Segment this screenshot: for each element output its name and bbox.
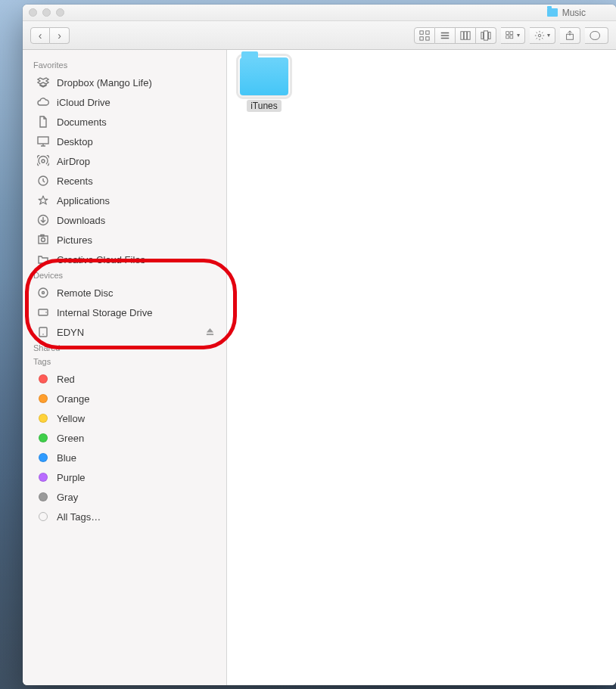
svg-point-17 — [538, 34, 541, 37]
svg-rect-20 — [38, 137, 48, 144]
tag-dot-icon — [39, 433, 48, 442]
tag-red[interactable]: Red — [23, 369, 226, 389]
downloads-icon — [36, 213, 50, 227]
grid-icon — [419, 30, 430, 41]
svg-point-25 — [42, 238, 45, 242]
svg-rect-0 — [420, 30, 423, 33]
tag-green[interactable]: Green — [23, 428, 226, 448]
share-button[interactable] — [560, 27, 580, 44]
tag-orange[interactable]: Orange — [23, 389, 226, 408]
tag-dot-icon — [39, 414, 48, 423]
sidebar-item-creative-cloud-files[interactable]: Creative Cloud Files — [23, 250, 226, 269]
external-icon — [36, 325, 50, 339]
svg-point-27 — [39, 288, 48, 297]
forward-button[interactable]: › — [50, 27, 70, 44]
folder-item-itunes[interactable]: iTunes — [238, 57, 291, 112]
svg-rect-24 — [39, 236, 48, 244]
sidebar-item-airdrop[interactable]: AirDrop — [23, 151, 226, 171]
section-header-favorites: Favorites — [23, 59, 226, 73]
svg-rect-14 — [510, 31, 513, 34]
tag-purple[interactable]: Purple — [23, 467, 226, 487]
sidebar-item-label: Remote Disc — [57, 287, 113, 299]
sidebar-item-label: Documents — [57, 116, 107, 128]
sidebar-item-edyn[interactable]: EDYN — [23, 322, 226, 342]
svg-rect-19 — [590, 31, 600, 39]
svg-rect-7 — [461, 31, 464, 39]
action-button[interactable]: ▾ — [530, 27, 555, 44]
sidebar-item-documents[interactable]: Documents — [23, 112, 226, 132]
section-header-shared: Shared — [23, 342, 226, 355]
sidebar-item-internal-storage-drive[interactable]: Internal Storage Drive — [23, 303, 226, 322]
sidebar-item-label: AirDrop — [57, 156, 90, 167]
sidebar-item-pictures[interactable]: Pictures — [23, 230, 226, 250]
sidebar-item-desktop[interactable]: Desktop — [23, 132, 226, 151]
tag-label: Purple — [57, 472, 86, 483]
tag-dot-icon — [39, 492, 48, 501]
sidebar-item-downloads[interactable]: Downloads — [23, 210, 226, 230]
disc-icon — [36, 286, 50, 299]
window-controls — [29, 8, 64, 17]
sidebar-item-label: Desktop — [57, 136, 93, 147]
tag-label: Gray — [57, 492, 78, 503]
zoom-window-button[interactable] — [56, 8, 64, 17]
arrange-button[interactable]: ▾ — [501, 27, 525, 44]
svg-point-32 — [42, 334, 44, 335]
tag-label: Orange — [57, 393, 89, 405]
list-view-button[interactable] — [435, 27, 456, 44]
sidebar-item-recents[interactable]: Recents — [23, 171, 226, 191]
svg-rect-3 — [426, 36, 429, 39]
eject-icon[interactable] — [206, 327, 214, 338]
tag-yellow[interactable]: Yellow — [23, 408, 226, 428]
minimize-window-button[interactable] — [42, 8, 51, 17]
tag-dot-icon — [39, 473, 48, 482]
all-tags-label: All Tags… — [57, 511, 101, 523]
titlebar: Music — [23, 5, 616, 21]
tag-blue[interactable]: Blue — [23, 448, 226, 467]
tag-dot-icon — [39, 374, 48, 383]
sidebar-item-applications[interactable]: Applications — [23, 191, 226, 210]
coverflow-icon — [481, 30, 491, 41]
tag-color-icon — [36, 490, 50, 504]
sidebar-item-label: Pictures — [57, 234, 92, 246]
svg-rect-31 — [39, 327, 47, 337]
section-header-tags: Tags — [23, 355, 226, 369]
tags-button[interactable] — [585, 27, 608, 44]
svg-rect-11 — [484, 30, 487, 39]
tag-dot-icon — [39, 394, 48, 403]
close-window-button[interactable] — [29, 8, 37, 17]
toolbar: ‹ › ▾ ▾ — [23, 21, 616, 50]
icon-view-button[interactable] — [414, 27, 435, 44]
section-header-devices: Devices — [23, 269, 226, 283]
svg-rect-16 — [510, 36, 513, 39]
tag-gray[interactable]: Gray — [23, 487, 226, 507]
recents-icon — [36, 174, 50, 188]
svg-rect-1 — [426, 30, 429, 33]
svg-point-28 — [42, 292, 45, 294]
tag-color-icon — [36, 470, 50, 484]
svg-rect-12 — [489, 32, 491, 39]
share-icon — [565, 30, 575, 41]
svg-rect-9 — [468, 31, 471, 39]
gear-icon — [534, 30, 545, 41]
column-view-button[interactable] — [456, 27, 476, 44]
dropbox-icon — [36, 76, 50, 89]
content-area[interactable]: iTunes — [227, 50, 616, 685]
music-folder-icon — [547, 8, 558, 17]
window-title: Music — [562, 8, 586, 18]
tag-label: Red — [57, 374, 75, 385]
svg-point-21 — [42, 160, 45, 163]
sidebar-item-remote-disc[interactable]: Remote Disc — [23, 283, 226, 303]
sidebar: FavoritesDropbox (Mango Life)iCloud Driv… — [23, 50, 227, 685]
item-label: iTunes — [247, 100, 282, 112]
sidebar-item-label: iCloud Drive — [57, 97, 110, 108]
tag-label: Yellow — [57, 413, 85, 424]
svg-rect-10 — [481, 32, 484, 39]
sidebar-item-icloud-drive[interactable]: iCloud Drive — [23, 92, 226, 112]
tag-color-icon — [36, 451, 50, 464]
sidebar-item-label: EDYN — [57, 327, 84, 338]
sidebar-item-label: Downloads — [57, 215, 105, 226]
sidebar-item-all-tags[interactable]: All Tags… — [23, 507, 226, 526]
back-button[interactable]: ‹ — [30, 27, 50, 44]
sidebar-item-dropbox-mango-life-[interactable]: Dropbox (Mango Life) — [23, 73, 226, 92]
gallery-view-button[interactable] — [476, 27, 496, 44]
